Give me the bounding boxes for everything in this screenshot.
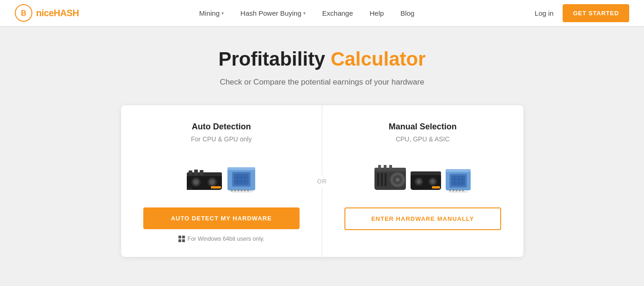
manual-selection-button[interactable]: ENTER HARDWARE MANUALLY <box>344 207 501 230</box>
svg-rect-9 <box>187 187 192 190</box>
auto-hardware-icons <box>186 156 257 193</box>
svg-rect-11 <box>194 170 198 175</box>
auto-detection-subtitle: For CPU & GPU only <box>191 135 251 143</box>
manual-selection-panel: Manual Selection CPU, GPU & ASIC <box>322 105 523 257</box>
manual-hardware-icons <box>374 156 472 193</box>
svg-rect-63 <box>456 189 457 191</box>
svg-rect-8 <box>211 186 221 189</box>
svg-rect-25 <box>238 189 239 191</box>
svg-rect-55 <box>451 176 465 186</box>
svg-rect-50 <box>432 186 440 189</box>
calculator-card: Auto Detection For CPU & GPU only <box>121 105 523 257</box>
asic-icon <box>374 161 407 193</box>
main-content: Profitability Calculator Check or Compar… <box>0 26 644 275</box>
login-button[interactable]: Log in <box>535 9 554 17</box>
cpu-icon <box>226 158 257 193</box>
nav-item-mining[interactable]: Mining ▾ <box>199 9 224 17</box>
svg-rect-43 <box>389 165 392 169</box>
svg-rect-36 <box>381 173 383 186</box>
divider-label: OR <box>317 175 327 188</box>
svg-rect-53 <box>446 169 471 172</box>
gpu-icon <box>186 160 223 193</box>
svg-rect-62 <box>453 189 454 191</box>
nav-menu: Mining ▾ Hash Power Buying ▾ Exchange He… <box>79 9 535 17</box>
svg-rect-26 <box>241 189 242 191</box>
navbar: B niceHASH Mining ▾ Hash Power Buying ▾ … <box>0 0 644 26</box>
nav-item-help[interactable]: Help <box>370 9 384 17</box>
svg-rect-32 <box>182 239 185 242</box>
svg-rect-41 <box>378 165 381 169</box>
svg-point-51 <box>448 190 468 193</box>
gpu-icon-2 <box>410 164 442 193</box>
windows-note: For Windows 64bit users only. <box>178 236 265 242</box>
svg-rect-29 <box>178 236 181 238</box>
svg-rect-28 <box>247 189 249 191</box>
logo[interactable]: B niceHASH <box>15 4 79 22</box>
svg-rect-23 <box>231 189 233 191</box>
page-title: Profitability Calculator <box>9 48 635 70</box>
svg-rect-42 <box>384 165 386 169</box>
svg-rect-10 <box>189 170 192 175</box>
svg-rect-37 <box>385 173 386 186</box>
svg-point-47 <box>417 179 421 184</box>
svg-rect-45 <box>411 171 441 175</box>
svg-rect-15 <box>227 167 255 170</box>
auto-detection-title: Auto Detection <box>192 122 251 132</box>
get-started-button[interactable]: GET STARTED <box>563 4 629 22</box>
cpu-icon-2 <box>445 163 472 193</box>
chevron-down-icon: ▾ <box>303 11 306 16</box>
manual-selection-title: Manual Selection <box>389 122 457 132</box>
auto-detect-button[interactable]: AUTO DETECT MY HARDWARE <box>143 207 300 229</box>
nav-item-blog[interactable]: Blog <box>400 9 414 17</box>
svg-point-5 <box>193 179 199 185</box>
svg-point-49 <box>430 179 435 184</box>
card-divider: OR <box>322 105 322 257</box>
svg-rect-64 <box>459 189 460 191</box>
svg-point-40 <box>396 178 399 182</box>
svg-rect-30 <box>182 236 185 238</box>
svg-rect-24 <box>234 189 236 191</box>
svg-point-7 <box>209 179 215 185</box>
auto-detection-panel: Auto Detection For CPU & GPU only <box>121 105 322 257</box>
svg-rect-31 <box>178 239 181 242</box>
windows-logo-icon <box>178 236 185 242</box>
page-subtitle: Check or Compare the potential earnings … <box>9 78 635 87</box>
svg-rect-65 <box>462 189 464 191</box>
logo-text: niceHASH <box>36 8 79 18</box>
manual-selection-subtitle: CPU, GPU & ASIC <box>396 135 450 143</box>
nav-item-exchange[interactable]: Exchange <box>322 9 353 17</box>
svg-text:B: B <box>21 9 26 17</box>
logo-icon: B <box>15 4 32 22</box>
nav-item-hash-power[interactable]: Hash Power Buying ▾ <box>240 9 306 17</box>
nav-actions: Log in GET STARTED <box>535 4 629 22</box>
svg-rect-61 <box>449 189 451 191</box>
chevron-down-icon: ▾ <box>221 11 224 16</box>
svg-rect-35 <box>377 173 379 186</box>
svg-rect-27 <box>244 189 245 191</box>
svg-rect-12 <box>200 170 203 175</box>
